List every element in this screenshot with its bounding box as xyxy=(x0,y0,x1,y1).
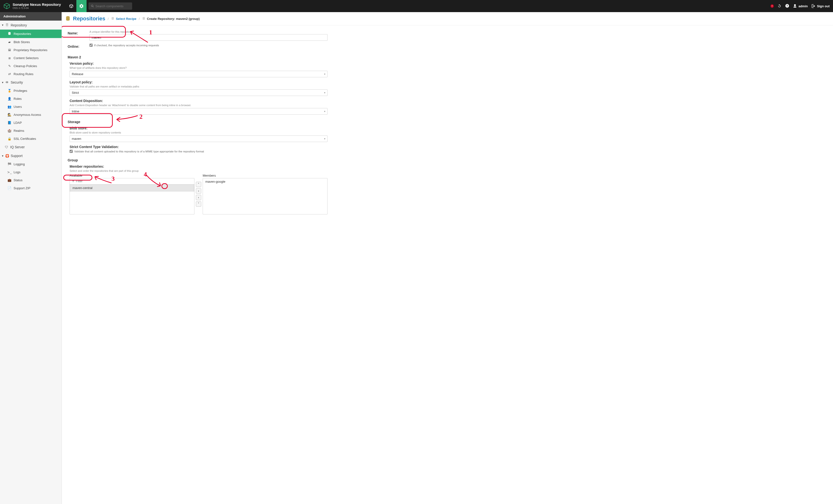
hint-version-policy: What type of artifacts does this reposit… xyxy=(70,67,328,69)
sidebar-item-status[interactable]: 💼Status xyxy=(0,176,62,184)
member-item-maven-google[interactable]: maven-google xyxy=(203,178,327,185)
sidebar-item-privileges[interactable]: 🏅Privileges xyxy=(0,87,62,95)
user-menu[interactable]: admin xyxy=(793,4,808,8)
sidebar-item-label: Status xyxy=(14,178,23,182)
sidebar-item-proprietary[interactable]: 🏛Proprietary Repositories xyxy=(0,46,62,54)
database-icon xyxy=(142,17,145,21)
svg-point-8 xyxy=(143,17,145,18)
building-icon: 🏛 xyxy=(7,48,11,52)
hint-blob-store: Blob store used to store repository cont… xyxy=(70,131,328,134)
sidebar-group-repository[interactable]: ▼ Repository xyxy=(0,21,62,30)
logo-icon xyxy=(3,3,10,9)
browse-button[interactable] xyxy=(66,0,76,12)
chevron-down-icon: ▾ xyxy=(324,110,325,113)
sidebar-item-label: Repositories xyxy=(14,32,31,35)
lifebuoy-icon: 🛟 xyxy=(5,154,9,158)
sidebar-item-routing[interactable]: ⇄Routing Rules xyxy=(0,70,62,78)
alert-icon[interactable]: ! xyxy=(770,4,774,8)
chevron-down-icon: ▾ xyxy=(324,91,325,94)
label-version-policy: Version policy: xyxy=(70,61,328,66)
sidebar-item-roles[interactable]: 👤Roles xyxy=(0,95,62,103)
anon-icon: 🕵 xyxy=(7,113,11,117)
sidebar-item-label: Logs xyxy=(14,170,20,174)
signout-label: Sign out xyxy=(817,4,830,8)
sidebar-group-label: Repository xyxy=(11,23,27,27)
sidebar-item-logging[interactable]: 🏁Logging xyxy=(0,160,62,168)
help-icon[interactable]: ? xyxy=(785,4,789,9)
available-filter-input[interactable] xyxy=(76,180,192,183)
sidebar-item-blob-stores[interactable]: ▰Blob Stores xyxy=(0,38,62,46)
hint-content-disposition: Add Content-Disposition header as 'Attac… xyxy=(70,104,328,107)
svg-point-7 xyxy=(112,17,114,18)
sidebar-item-label: Anonymous Access xyxy=(14,113,41,117)
version-policy-select[interactable]: Release▾ xyxy=(70,71,328,77)
strict-ct-checkbox[interactable] xyxy=(70,150,73,153)
page-title[interactable]: Repositories xyxy=(73,16,105,22)
sidebar-item-logs[interactable]: ≻_Logs xyxy=(0,168,62,176)
sidebar-item-content-selectors[interactable]: ≣Content Selectors xyxy=(0,54,62,62)
repo-name-input[interactable] xyxy=(90,34,328,41)
sidebar-item-label: Content Selectors xyxy=(14,56,39,60)
database-icon xyxy=(7,32,11,36)
sidebar-item-label: LDAP xyxy=(14,121,22,125)
svg-point-6 xyxy=(66,16,70,18)
sidebar-group-support[interactable]: ▼ 🛟 Support xyxy=(0,151,62,160)
user-icon xyxy=(793,4,797,8)
sidebar-item-label: Privileges xyxy=(14,89,27,93)
sidebar-item-label: Blob Stores xyxy=(14,40,30,44)
chevron-down-icon: ▾ xyxy=(324,73,325,75)
sidebar-item-users[interactable]: 👥Users xyxy=(0,103,62,111)
available-filter[interactable] xyxy=(70,178,194,184)
label-blob-store: Blob store: xyxy=(70,126,328,130)
refresh-icon[interactable] xyxy=(777,4,782,9)
blob-store-select[interactable]: maven▾ xyxy=(70,135,328,142)
sidebar-item-label: Proprietary Repositories xyxy=(14,48,47,52)
content-disposition-select[interactable]: Inline▾ xyxy=(70,108,328,115)
caret-icon: ▼ xyxy=(1,81,4,84)
sidebar-group-iq[interactable]: 🛡 IQ Server xyxy=(0,143,62,151)
move-up-button[interactable]: ˄ xyxy=(196,182,201,187)
users-icon: 👥 xyxy=(7,105,11,108)
hdd-icon: ▰ xyxy=(7,40,11,44)
crumb-select-recipe[interactable]: Select Recipe xyxy=(111,17,137,21)
move-right-button[interactable]: › xyxy=(196,188,201,194)
strict-ct-checkbox-row[interactable]: Validate that all content uploaded to th… xyxy=(70,150,328,153)
sidebar-item-realms[interactable]: 🏰Realms xyxy=(0,127,62,135)
sidebar-item-cleanup[interactable]: ✎Cleanup Policies xyxy=(0,62,62,70)
lock-icon: 🔒 xyxy=(7,137,11,141)
online-checkbox-row[interactable]: If checked, the repository accepts incom… xyxy=(90,44,328,47)
sidebar-group-security[interactable]: ▼ 👁 Security xyxy=(0,78,62,87)
label-members: Member repositories: xyxy=(70,165,328,169)
section-maven2: Maven 2 xyxy=(68,55,328,59)
briefcase-icon: 💼 xyxy=(7,178,11,182)
sidebar-group-label: Security xyxy=(11,80,23,84)
sidebar-item-anonymous[interactable]: 🕵Anonymous Access xyxy=(0,111,62,119)
sidebar-item-label: Support ZIP xyxy=(14,186,30,190)
move-down-button[interactable]: ˅ xyxy=(196,201,201,207)
main-panel: Repositories / Select Recipe / Create Re… xyxy=(62,12,833,504)
available-list: maven-central xyxy=(70,178,194,215)
label-layout-policy: Layout policy: xyxy=(70,80,328,84)
search-components[interactable] xyxy=(89,2,132,10)
sidebar-title: Administration xyxy=(0,12,62,21)
search-input[interactable] xyxy=(96,4,130,8)
label-name: Name: xyxy=(68,30,90,35)
move-left-button[interactable]: ‹ xyxy=(196,195,201,200)
sidebar-item-support-zip[interactable]: 📄Support ZIP xyxy=(0,184,62,192)
sidebar-item-label: Logging xyxy=(14,162,25,166)
breadcrumb: Repositories / Select Recipe / Create Re… xyxy=(62,12,833,25)
admin-config-button[interactable] xyxy=(76,0,87,12)
online-checkbox[interactable] xyxy=(90,44,93,47)
hint-online: If checked, the repository accepts incom… xyxy=(94,44,159,47)
sidebar-item-repositories[interactable]: Repositories xyxy=(0,30,62,38)
section-storage: Storage xyxy=(68,120,328,124)
sidebar-item-ldap[interactable]: 📘LDAP xyxy=(0,119,62,127)
shield-icon: 🛡 xyxy=(4,145,9,149)
signout-button[interactable]: Sign out xyxy=(811,4,830,8)
available-item-maven-central[interactable]: maven-central xyxy=(70,184,194,192)
layout-policy-select[interactable]: Strict▾ xyxy=(70,90,328,96)
sidebar-item-ssl[interactable]: 🔒SSL Certificates xyxy=(0,135,62,143)
product-title: Sonatype Nexus Repository xyxy=(13,3,61,7)
sidebar: Administration ▼ Repository Repositories… xyxy=(0,12,62,504)
product-version: OSS 3.72.0-04 xyxy=(13,7,61,9)
